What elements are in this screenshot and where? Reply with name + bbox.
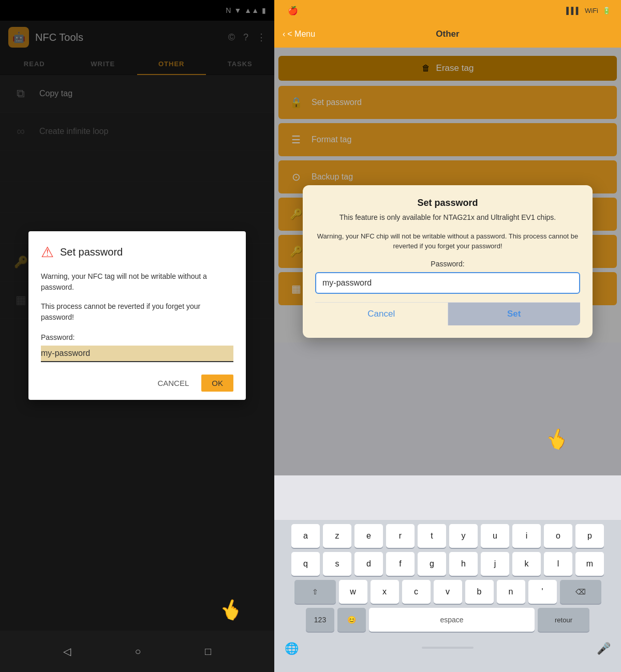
ios-modal-subtitle: This feature is only available for NTAG2… — [315, 213, 580, 223]
keyboard-row-2: q s d f g h j k l m — [276, 552, 619, 576]
key-d[interactable]: d — [354, 552, 383, 576]
nav-back-button[interactable]: ◁ — [63, 645, 71, 658]
ok-button-android[interactable]: OK — [201, 375, 233, 392]
ios-panel: 🍎 ▌▌▌ WiFi 🔋 ‹ < Menu Other 🗑 Erase tag … — [274, 0, 621, 672]
android-panel: N ▼ ▲▲ ▮ 🤖 NFC Tools © ? ⋮ READ WRITE OT… — [0, 0, 274, 672]
ios-modal-overlay: Set password This feature is only availa… — [274, 48, 621, 475]
key-t[interactable]: t — [418, 524, 446, 548]
key-apostrophe[interactable]: ' — [528, 580, 557, 604]
key-i[interactable]: i — [512, 524, 541, 548]
chevron-left-icon: ‹ — [283, 29, 285, 39]
android-modal-overlay: ⚠ Set password Warning, your NFC tag wil… — [0, 0, 274, 631]
ios-app-icon: 🍎 — [285, 2, 301, 19]
modal-title-row: ⚠ Set password — [41, 244, 233, 261]
key-c[interactable]: c — [402, 580, 431, 604]
microphone-icon[interactable]: 🎤 — [593, 638, 615, 660]
emoji-key[interactable]: 😊 — [337, 608, 366, 632]
ios-modal-buttons: Cancel Set — [315, 302, 580, 325]
key-f[interactable]: f — [386, 552, 415, 576]
apple-icon: 🍎 — [288, 6, 298, 16]
num-key[interactable]: 123 — [306, 608, 334, 632]
cancel-button-ios[interactable]: Cancel — [315, 303, 448, 325]
ios-modal-password-label: Password: — [315, 260, 580, 268]
ios-status-right: ▌▌▌ WiFi 🔋 — [566, 7, 611, 14]
return-key[interactable]: retour — [538, 608, 589, 632]
set-button-ios[interactable]: Set — [448, 303, 581, 325]
key-m[interactable]: m — [575, 552, 604, 576]
keyboard-row-3: ⇧ w x c v b n ' ⌫ — [276, 580, 619, 604]
key-h[interactable]: h — [449, 552, 478, 576]
key-l[interactable]: l — [544, 552, 572, 576]
keyboard-row-4: 123 😊 espace retour — [276, 608, 619, 632]
key-b[interactable]: b — [465, 580, 494, 604]
keyboard-bottom: 🌐 🎤 — [276, 636, 619, 670]
globe-icon[interactable]: 🌐 — [280, 638, 303, 660]
back-label: < Menu — [287, 29, 315, 39]
key-w[interactable]: w — [339, 580, 367, 604]
modal-body2: This process cannot be reverted if you f… — [41, 301, 233, 323]
ios-modal: Set password This feature is only availa… — [303, 185, 593, 338]
key-p[interactable]: p — [575, 524, 604, 548]
warning-triangle-icon: ⚠ — [41, 244, 54, 261]
nav-home-button[interactable]: ○ — [135, 646, 141, 658]
key-g[interactable]: g — [418, 552, 446, 576]
ios-header: ‹ < Menu Other — [274, 21, 621, 48]
key-u[interactable]: u — [481, 524, 509, 548]
key-j[interactable]: j — [481, 552, 509, 576]
android-nav-bar: ◁ ○ □ — [0, 631, 274, 672]
key-o[interactable]: o — [544, 524, 572, 548]
key-a[interactable]: a — [291, 524, 320, 548]
ios-status-bar: 🍎 ▌▌▌ WiFi 🔋 — [274, 0, 621, 21]
modal-body1: Warning, your NFC tag will not be writab… — [41, 271, 233, 293]
space-key[interactable]: espace — [369, 608, 535, 632]
key-v[interactable]: v — [434, 580, 462, 604]
modal-password-label: Password: — [41, 333, 233, 341]
password-input-ios[interactable] — [315, 272, 580, 294]
key-r[interactable]: r — [386, 524, 415, 548]
key-e[interactable]: e — [354, 524, 383, 548]
key-y[interactable]: y — [449, 524, 478, 548]
keyboard-row-1: a z e r t y u i o p — [276, 524, 619, 548]
key-q[interactable]: q — [291, 552, 320, 576]
cancel-button-android[interactable]: Cancel — [149, 375, 197, 392]
key-k[interactable]: k — [512, 552, 541, 576]
ios-modal-title: Set password — [315, 198, 580, 208]
ios-header-title: Other — [436, 29, 459, 39]
ios-battery-icon: 🔋 — [602, 7, 611, 14]
password-input-android[interactable] — [41, 346, 233, 362]
modal-title: Set password — [60, 246, 123, 258]
ios-signal-icon: ▌▌▌ — [566, 7, 581, 14]
modal-buttons: Cancel OK — [41, 375, 233, 392]
key-s[interactable]: s — [323, 552, 351, 576]
home-indicator — [422, 647, 474, 649]
android-modal: ⚠ Set password Warning, your NFC tag wil… — [28, 231, 246, 400]
ios-wifi-icon: WiFi — [585, 7, 598, 14]
key-z[interactable]: z — [323, 524, 351, 548]
ios-keyboard: a z e r t y u i o p q s d f g h j k l m … — [274, 520, 621, 672]
back-button[interactable]: ‹ < Menu — [283, 29, 315, 39]
backspace-key[interactable]: ⌫ — [560, 580, 601, 604]
key-n[interactable]: n — [497, 580, 525, 604]
key-x[interactable]: x — [371, 580, 399, 604]
shift-key[interactable]: ⇧ — [294, 580, 336, 604]
nav-recents-button[interactable]: □ — [205, 646, 211, 658]
ios-modal-warning: Warning, your NFC chip will not be writa… — [315, 231, 580, 251]
